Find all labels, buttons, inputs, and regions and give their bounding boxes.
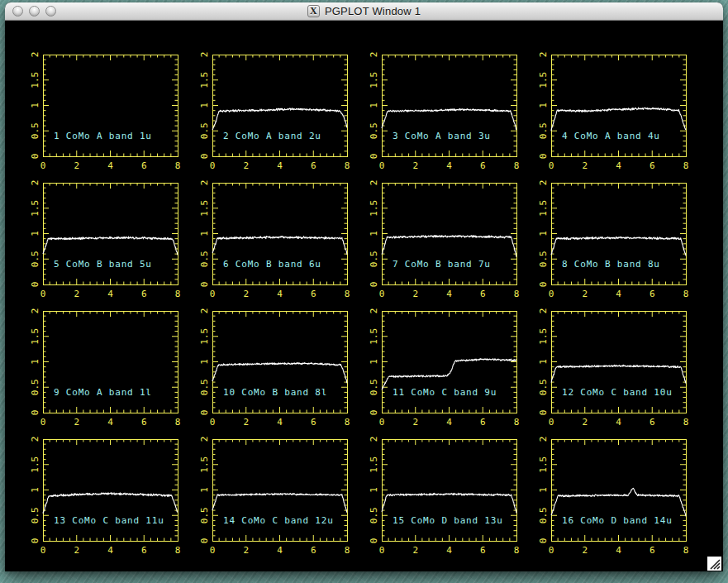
y-tick-label: 2 [369, 308, 379, 314]
axes-box [383, 184, 517, 285]
y-tick-label: 0.5 [30, 379, 40, 395]
bandpass-trace [382, 493, 516, 513]
axes-box [552, 55, 687, 157]
x-tick-label: 0 [40, 160, 46, 171]
x-tick-label: 6 [649, 289, 655, 299]
y-tick-label: 1.5 [199, 328, 210, 345]
y-tick-label: 1 [369, 487, 379, 493]
panel-label: 15 CoMo D band 13u [393, 515, 503, 526]
y-tick-label: 2 [538, 437, 549, 442]
y-tick-label: 1 [538, 359, 549, 365]
x-tick-label: 2 [74, 417, 79, 428]
x-tick-label: 8 [683, 545, 689, 556]
y-tick-label: 1 [30, 487, 40, 493]
y-tick-label: 0 [369, 282, 379, 288]
plot-canvas: 0246800.511.521 CoMo A band 1u0246800.51… [6, 22, 722, 571]
x-tick-label: 6 [311, 545, 316, 556]
y-tick-label: 0.5 [538, 507, 549, 523]
y-tick-label: 1.5 [369, 72, 379, 88]
x-tick-label: 0 [549, 289, 554, 299]
x-tick-label: 2 [582, 417, 588, 428]
y-tick-label: 0.5 [369, 251, 379, 267]
axes-box [213, 55, 348, 157]
axes-box [383, 440, 517, 542]
x-tick-label: 2 [243, 160, 249, 171]
close-button[interactable] [12, 6, 23, 17]
x-tick-label: 6 [649, 160, 655, 171]
plot-panel-11: 0246800.511.5211 CoMo C band 9u [369, 308, 519, 428]
plot-panel-12: 0246800.511.5212 CoMo C band 10u [538, 308, 688, 428]
x-tick-label: 2 [243, 417, 249, 428]
axes-box [44, 184, 178, 285]
y-tick-label: 0.5 [538, 379, 549, 395]
y-tick-label: 0 [30, 154, 40, 160]
x-tick-label: 8 [345, 417, 350, 428]
x-tick-label: 4 [277, 545, 283, 556]
y-tick-label: 1.5 [30, 328, 40, 345]
plot-panel-10: 0246800.511.5210 CoMo B band 8l [199, 308, 350, 428]
x-tick-label: 4 [277, 289, 283, 299]
minimize-button[interactable] [29, 6, 40, 17]
x-tick-label: 2 [243, 289, 249, 299]
x-tick-label: 0 [210, 289, 216, 299]
y-tick-label: 0.5 [199, 251, 210, 267]
y-tick-label: 0.5 [30, 251, 40, 267]
x-tick-label: 4 [277, 417, 283, 428]
x-tick-label: 2 [412, 160, 418, 171]
axes-box [44, 312, 178, 413]
bandpass-trace [43, 237, 178, 255]
y-tick-label: 0.5 [538, 122, 549, 139]
x-tick-label: 2 [74, 289, 79, 299]
y-tick-label: 2 [538, 52, 549, 58]
plots-svg: 0246800.511.521 CoMo A band 1u0246800.51… [6, 22, 722, 571]
y-tick-label: 0 [30, 282, 40, 288]
x-tick-label: 8 [683, 160, 689, 171]
x-tick-label: 2 [582, 160, 588, 171]
x-tick-label: 0 [40, 289, 46, 299]
panel-label: 7 CoMo B band 7u [393, 259, 491, 270]
resize-grip-icon[interactable] [707, 557, 721, 571]
y-tick-label: 0 [199, 538, 210, 544]
x-tick-label: 6 [141, 160, 147, 171]
panel-label: 12 CoMo C band 10u [562, 387, 673, 398]
x-tick-label: 0 [40, 417, 46, 428]
y-tick-label: 2 [199, 52, 210, 58]
y-tick-label: 0 [369, 538, 379, 544]
zoom-button[interactable] [45, 6, 56, 17]
bandpass-trace [382, 109, 516, 130]
x-tick-label: 8 [514, 417, 520, 428]
bandpass-trace [551, 488, 686, 516]
y-tick-label: 1.5 [369, 200, 379, 217]
window-titlebar[interactable]: X PGPLOT Window 1 [5, 2, 723, 21]
x-tick-label: 2 [412, 417, 418, 428]
panel-label: 1 CoMo A band 1u [54, 131, 152, 141]
x-tick-label: 4 [616, 160, 621, 171]
x-tick-label: 6 [141, 545, 147, 556]
y-tick-label: 1 [369, 103, 379, 108]
x-tick-label: 0 [549, 545, 554, 556]
y-tick-label: 2 [538, 308, 549, 314]
x-tick-label: 0 [40, 545, 46, 556]
panel-label: 11 CoMo C band 9u [393, 387, 497, 398]
y-tick-label: 0 [30, 538, 40, 544]
y-tick-label: 0.5 [369, 122, 379, 139]
x-tick-label: 2 [582, 545, 588, 556]
plot-panel-16: 0246800.511.5216 CoMo D band 14u [538, 437, 688, 556]
x-tick-label: 0 [549, 160, 554, 171]
y-tick-label: 2 [30, 180, 40, 186]
y-tick-label: 1 [199, 359, 210, 365]
panel-label: 5 CoMo B band 5u [54, 259, 152, 270]
x-tick-label: 4 [446, 417, 452, 428]
bandpass-trace [212, 237, 347, 255]
y-tick-label: 2 [369, 180, 379, 186]
plot-panel-13: 0246800.511.5213 CoMo C band 11u [30, 437, 180, 556]
y-tick-label: 2 [199, 437, 210, 442]
panel-label: 3 CoMo A band 3u [393, 131, 491, 141]
x-tick-label: 0 [210, 160, 216, 171]
x-tick-label: 0 [210, 545, 216, 556]
y-tick-label: 2 [369, 437, 379, 442]
axes-box [213, 440, 348, 542]
y-tick-label: 0.5 [199, 507, 210, 523]
plot-panel-6: 0246800.511.526 CoMo B band 6u [199, 180, 350, 299]
y-tick-label: 0 [369, 410, 379, 416]
